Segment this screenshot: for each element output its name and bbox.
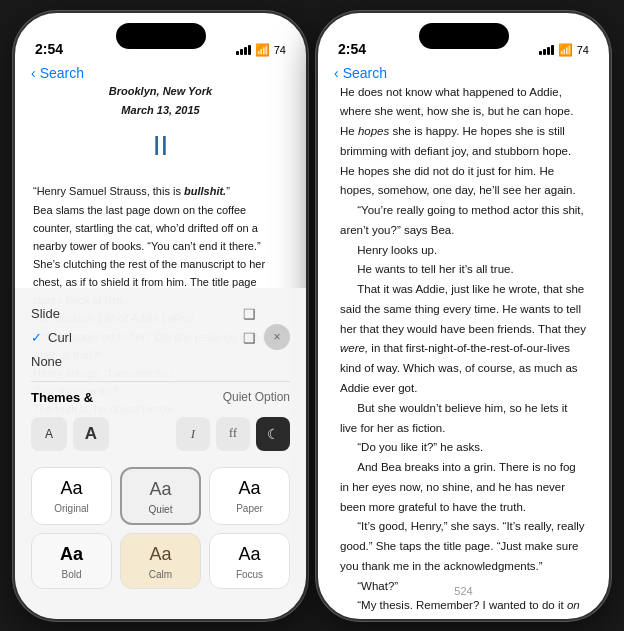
theme-calm-sample: Aa: [149, 544, 171, 565]
battery-icon: 74: [274, 44, 286, 56]
theme-bold-label: Bold: [61, 569, 81, 580]
back-chevron-right: ‹: [334, 65, 339, 81]
page-number: 524: [454, 585, 472, 597]
reader-text: He does not know what happened to Addie,…: [340, 83, 587, 619]
device-container: 2:54 📶 74 ‹ Search Brooklyn,: [5, 3, 619, 629]
font-italic-button[interactable]: I: [176, 417, 210, 451]
reader-para-4: That it was Addie, just like he wrote, t…: [340, 280, 587, 399]
reader-para-10: “My thesis. Remember? I wanted to do it …: [340, 596, 587, 618]
back-label-right: Search: [343, 65, 387, 81]
moon-icon: ☾: [267, 426, 280, 442]
font-size-group: A A: [31, 417, 109, 451]
theme-bold-sample: Aa: [60, 544, 83, 565]
curl-option[interactable]: ✓ Curl ❑: [31, 326, 256, 350]
theme-quiet-label: Quiet: [149, 504, 173, 515]
theme-paper[interactable]: Aa Paper: [209, 467, 290, 525]
theme-original-label: Original: [54, 503, 88, 514]
slide-icon: ❑: [243, 306, 256, 322]
theme-quiet-sample: Aa: [149, 479, 171, 500]
close-button[interactable]: ×: [264, 324, 290, 350]
status-icons-right: 📶 74: [539, 43, 589, 57]
reader-para-5: But she wouldn’t believe him, so he lets…: [340, 399, 587, 439]
curl-label: Curl: [48, 330, 243, 345]
font-small-button[interactable]: A: [31, 417, 67, 451]
reader-para-7: And Bea breaks into a grin. There is no …: [340, 458, 587, 517]
signal-icon: [236, 45, 251, 55]
theme-paper-sample: Aa: [238, 478, 260, 499]
font-serif-button[interactable]: ff: [216, 417, 250, 451]
night-mode-button[interactable]: ☾: [256, 417, 290, 451]
reader-para-3: He wants to tell her it’s all true.: [340, 260, 587, 280]
book-date: March 13, 2015: [33, 102, 288, 120]
theme-original[interactable]: Aa Original: [31, 467, 112, 525]
time-left: 2:54: [35, 41, 63, 57]
curl-checkmark: ✓: [31, 330, 42, 345]
signal-icon-right: [539, 45, 554, 55]
back-chevron-left: ‹: [31, 65, 36, 81]
battery-icon-right: 74: [577, 44, 589, 56]
reader-para-6: “Do you like it?” he asks.: [340, 438, 587, 458]
theme-bold[interactable]: Aa Bold: [31, 533, 112, 589]
status-icons-left: 📶 74: [236, 43, 286, 57]
slide-label: Slide: [31, 306, 243, 321]
book-header: Brooklyn, New York March 13, 2015 II: [33, 83, 288, 169]
none-label: None: [31, 354, 62, 369]
theme-calm-label: Calm: [149, 569, 172, 580]
right-phone: 2:54 📶 74 ‹ Search He does n: [316, 11, 611, 621]
wifi-icon-right: 📶: [558, 43, 573, 57]
divider-1: [31, 381, 290, 382]
none-option[interactable]: None: [31, 350, 256, 373]
bottom-panel: Slide ❑ ✓ Curl ❑ None ×: [15, 288, 306, 619]
themes-title: Themes &: [31, 390, 93, 405]
themes-header: Themes & Quiet Option: [31, 390, 290, 405]
quiet-option-label: Quiet Option: [223, 390, 290, 404]
scroll-options-row: Slide ❑ ✓ Curl ❑ None ×: [31, 302, 290, 373]
slide-option[interactable]: Slide ❑: [31, 302, 256, 326]
italic-icon: I: [191, 426, 195, 442]
time-right: 2:54: [338, 41, 366, 57]
back-button-left[interactable]: ‹ Search: [31, 65, 84, 81]
reader-para-0: He does not know what happened to Addie,…: [340, 83, 587, 202]
curl-icon: ❑: [243, 330, 256, 346]
theme-focus-label: Focus: [236, 569, 263, 580]
serif-icon: ff: [229, 426, 237, 441]
wifi-icon: 📶: [255, 43, 270, 57]
reader-content: He does not know what happened to Addie,…: [318, 13, 609, 619]
reader-para-8: “It’s good, Henry,” she says. “It’s real…: [340, 517, 587, 576]
theme-quiet[interactable]: Aa Quiet: [120, 467, 201, 525]
font-controls: A A I ff ☾: [31, 411, 290, 457]
theme-original-sample: Aa: [60, 478, 82, 499]
theme-focus-sample: Aa: [238, 544, 260, 565]
scroll-options: Slide ❑ ✓ Curl ❑ None: [31, 302, 256, 373]
chapter-number: II: [33, 124, 288, 169]
reader-para-2: Henry looks up.: [340, 241, 587, 261]
book-location: Brooklyn, New York: [33, 83, 288, 101]
theme-grid: Aa Original Aa Quiet Aa Paper Aa Bold: [31, 467, 290, 589]
theme-paper-label: Paper: [236, 503, 263, 514]
left-phone: 2:54 📶 74 ‹ Search Brooklyn,: [13, 11, 308, 621]
book-para-0: “Henry Samuel Strauss, this is bullshit.…: [33, 182, 288, 200]
back-button-right[interactable]: ‹ Search: [334, 65, 387, 81]
dynamic-island-right: [419, 23, 509, 49]
theme-calm[interactable]: Aa Calm: [120, 533, 201, 589]
reader-para-1: “You’re really going to method actor thi…: [340, 201, 587, 241]
dynamic-island: [116, 23, 206, 49]
theme-focus[interactable]: Aa Focus: [209, 533, 290, 589]
close-icon: ×: [273, 330, 280, 344]
font-style-group: I ff ☾: [176, 417, 290, 451]
font-large-button[interactable]: A: [73, 417, 109, 451]
back-label-left: Search: [40, 65, 84, 81]
